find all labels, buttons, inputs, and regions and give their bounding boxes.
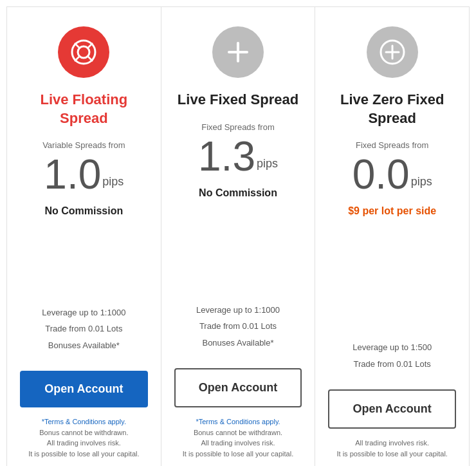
fixed-commission: No Commission bbox=[199, 187, 277, 199]
feature-item: Leverage up to 1:500 bbox=[352, 341, 432, 354]
feature-item: Trade from 0.01 Lots bbox=[42, 322, 125, 335]
feature-item: Leverage up to 1:1000 bbox=[196, 304, 280, 317]
floating-disclaimer: *Terms & Conditions apply.Bonus cannot b… bbox=[28, 416, 139, 459]
fixed-spread-number: 1.3 bbox=[198, 136, 255, 177]
feature-item: Trade from 0.01 Lots bbox=[196, 320, 280, 333]
fixed-open-account-button[interactable]: Open Account bbox=[174, 368, 302, 407]
fixed-spread-pips: pips bbox=[257, 157, 278, 171]
feature-item: Trade from 0.01 Lots bbox=[352, 358, 432, 371]
floating-spread-pips: pips bbox=[102, 175, 124, 189]
fixed-features: Leverage up to 1:1000Trade from 0.01 Lot… bbox=[196, 304, 280, 353]
floating-spread-label: Variable Spreads from bbox=[42, 140, 125, 150]
fixed-disclaimer: *Terms & Conditions apply.Bonus cannot b… bbox=[183, 416, 293, 459]
svg-point-1 bbox=[78, 46, 89, 58]
fixed-title: Live Fixed Spread bbox=[178, 91, 298, 109]
zero-title: Live Zero Fixed Spread bbox=[328, 91, 456, 127]
zero-features: Leverage up to 1:500Trade from 0.01 Lots bbox=[352, 341, 432, 374]
floating-spread-value: 1.0pips bbox=[44, 154, 124, 195]
pricing-cards: Live Floating SpreadVariable Spreads fro… bbox=[6, 6, 470, 466]
floating-icon bbox=[58, 26, 109, 78]
feature-item: Bonuses Available* bbox=[42, 339, 125, 352]
card-fixed: Live Fixed SpreadFixed Spreads from1.3pi… bbox=[161, 6, 315, 466]
floating-terms-link[interactable]: *Terms & Conditions apply. bbox=[42, 418, 126, 425]
fixed-spread-value: 1.3pips bbox=[198, 136, 278, 177]
feature-item: Leverage up to 1:1000 bbox=[42, 306, 125, 319]
zero-open-account-button[interactable]: Open Account bbox=[328, 389, 456, 429]
floating-title: Live Floating Spread bbox=[20, 91, 148, 127]
zero-disclaimer: All trading involves risk.It is possible… bbox=[336, 438, 447, 459]
zero-icon bbox=[367, 26, 418, 78]
zero-spread-value: 0.0pips bbox=[352, 154, 432, 195]
zero-spread-pips: pips bbox=[411, 175, 432, 189]
floating-open-account-button[interactable]: Open Account bbox=[20, 371, 148, 407]
card-floating: Live Floating SpreadVariable Spreads fro… bbox=[6, 6, 161, 466]
floating-spread-number: 1.0 bbox=[44, 154, 101, 195]
floating-features: Leverage up to 1:1000Trade from 0.01 Lot… bbox=[42, 306, 125, 356]
fixed-terms-link[interactable]: *Terms & Conditions apply. bbox=[196, 418, 280, 425]
zero-spread-number: 0.0 bbox=[352, 154, 410, 195]
fixed-spread-label: Fixed Spreads from bbox=[201, 122, 274, 132]
zero-commission: $9 per lot per side bbox=[348, 205, 436, 217]
card-zero: Live Zero Fixed SpreadFixed Spreads from… bbox=[315, 6, 470, 466]
feature-item: Bonuses Available* bbox=[196, 337, 280, 350]
zero-spread-label: Fixed Spreads from bbox=[356, 140, 428, 150]
floating-commission: No Commission bbox=[44, 205, 123, 217]
fixed-icon bbox=[212, 26, 264, 78]
